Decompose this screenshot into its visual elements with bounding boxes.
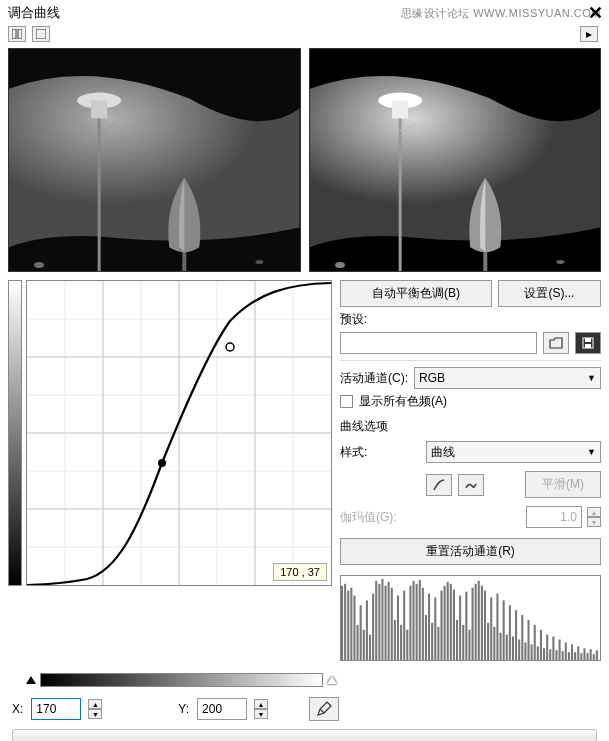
open-preset-button[interactable] bbox=[543, 332, 569, 354]
close-icon[interactable]: ✕ bbox=[588, 2, 603, 24]
y-down[interactable]: ▼ bbox=[254, 709, 268, 719]
preview-area bbox=[0, 48, 609, 272]
progress-bar bbox=[12, 729, 597, 741]
svg-rect-77 bbox=[450, 584, 452, 660]
channel-label: 活动通道(C): bbox=[340, 370, 408, 387]
svg-point-16 bbox=[556, 260, 564, 264]
svg-rect-68 bbox=[422, 588, 424, 660]
svg-rect-106 bbox=[540, 630, 542, 660]
white-point-slider[interactable] bbox=[327, 676, 337, 684]
show-all-channels-label: 显示所有色频(A) bbox=[359, 393, 447, 410]
svg-rect-89 bbox=[487, 623, 489, 660]
svg-rect-96 bbox=[509, 605, 511, 660]
x-down[interactable]: ▼ bbox=[88, 709, 102, 719]
watermark-text: 思缘设计论坛 WWW.MISSYUAN.COM bbox=[401, 6, 601, 21]
svg-rect-124 bbox=[596, 650, 598, 660]
reset-channel-button[interactable]: 重置活动通道(R) bbox=[340, 538, 601, 565]
svg-rect-67 bbox=[419, 580, 421, 660]
svg-rect-40 bbox=[585, 338, 591, 342]
svg-rect-51 bbox=[369, 635, 371, 660]
svg-rect-86 bbox=[478, 581, 480, 660]
svg-rect-91 bbox=[493, 627, 495, 660]
gamma-up: ▲ bbox=[587, 507, 601, 517]
preview-before[interactable] bbox=[8, 48, 301, 272]
histogram bbox=[340, 575, 601, 661]
svg-rect-115 bbox=[568, 652, 570, 660]
style-select[interactable]: 曲线▼ bbox=[426, 441, 601, 463]
svg-rect-119 bbox=[580, 653, 582, 660]
preset-input[interactable] bbox=[340, 332, 537, 354]
svg-point-8 bbox=[34, 262, 44, 268]
gamma-down: ▼ bbox=[587, 517, 601, 527]
svg-rect-112 bbox=[559, 639, 561, 660]
curve-mode-button[interactable] bbox=[426, 474, 452, 496]
svg-rect-114 bbox=[565, 642, 567, 660]
preset-label: 预设: bbox=[340, 311, 601, 328]
layout-single-button[interactable] bbox=[32, 26, 50, 42]
svg-rect-46 bbox=[353, 596, 355, 660]
layout-dual-button[interactable] bbox=[8, 26, 26, 42]
svg-rect-49 bbox=[363, 630, 365, 660]
curve-editor[interactable]: 170 , 37 bbox=[26, 280, 332, 586]
svg-rect-123 bbox=[593, 654, 595, 660]
svg-rect-44 bbox=[347, 591, 349, 660]
svg-rect-54 bbox=[378, 584, 380, 660]
save-preset-button[interactable] bbox=[575, 332, 601, 354]
y-input[interactable] bbox=[197, 698, 247, 720]
svg-rect-110 bbox=[552, 637, 554, 660]
svg-rect-2 bbox=[36, 29, 46, 39]
svg-rect-69 bbox=[425, 615, 427, 660]
svg-rect-73 bbox=[437, 627, 439, 660]
svg-point-15 bbox=[335, 262, 345, 268]
svg-rect-56 bbox=[385, 586, 387, 660]
auto-balance-button[interactable]: 自动平衡色调(B) bbox=[340, 280, 492, 307]
svg-rect-120 bbox=[583, 648, 585, 660]
svg-rect-75 bbox=[444, 586, 446, 660]
svg-rect-97 bbox=[512, 637, 514, 660]
x-input[interactable] bbox=[31, 698, 81, 720]
x-label: X: bbox=[12, 702, 23, 716]
settings-button[interactable]: 设置(S)... bbox=[498, 280, 601, 307]
svg-rect-53 bbox=[375, 581, 377, 660]
svg-rect-47 bbox=[357, 625, 359, 660]
svg-rect-74 bbox=[440, 591, 442, 660]
style-label: 样式: bbox=[340, 444, 420, 461]
x-up[interactable]: ▲ bbox=[88, 699, 102, 709]
svg-rect-82 bbox=[465, 592, 467, 660]
svg-rect-107 bbox=[543, 648, 545, 660]
svg-rect-50 bbox=[366, 600, 368, 660]
svg-rect-60 bbox=[397, 596, 399, 660]
svg-rect-90 bbox=[490, 597, 492, 660]
horizontal-gradient[interactable] bbox=[40, 673, 323, 687]
menu-arrow-button[interactable]: ▸ bbox=[580, 26, 598, 42]
svg-rect-105 bbox=[537, 646, 539, 660]
svg-rect-52 bbox=[372, 594, 374, 660]
svg-rect-65 bbox=[412, 581, 414, 660]
black-point-slider[interactable] bbox=[26, 676, 36, 684]
preview-after[interactable] bbox=[309, 48, 602, 272]
svg-rect-101 bbox=[524, 642, 526, 660]
svg-rect-121 bbox=[587, 653, 589, 660]
svg-rect-57 bbox=[388, 582, 390, 660]
svg-rect-58 bbox=[391, 588, 393, 660]
svg-rect-116 bbox=[571, 644, 573, 660]
svg-rect-94 bbox=[503, 600, 505, 660]
show-all-channels-checkbox[interactable] bbox=[340, 395, 353, 408]
svg-rect-0 bbox=[12, 29, 16, 39]
y-up[interactable]: ▲ bbox=[254, 699, 268, 709]
channel-select[interactable]: RGB▼ bbox=[414, 367, 601, 389]
gamma-label: 伽玛值(G): bbox=[340, 509, 420, 526]
curve-tooltip: 170 , 37 bbox=[273, 563, 327, 581]
svg-rect-95 bbox=[506, 635, 508, 660]
svg-point-38 bbox=[226, 343, 234, 351]
svg-rect-6 bbox=[91, 101, 107, 119]
svg-rect-61 bbox=[400, 625, 402, 660]
freehand-mode-button[interactable] bbox=[458, 474, 484, 496]
svg-rect-78 bbox=[453, 590, 455, 660]
svg-rect-83 bbox=[468, 630, 470, 660]
svg-rect-70 bbox=[428, 594, 430, 660]
eyedropper-button[interactable] bbox=[309, 697, 339, 721]
window-title: 调合曲线 bbox=[8, 4, 60, 22]
svg-rect-111 bbox=[555, 650, 557, 660]
svg-rect-117 bbox=[574, 652, 576, 660]
